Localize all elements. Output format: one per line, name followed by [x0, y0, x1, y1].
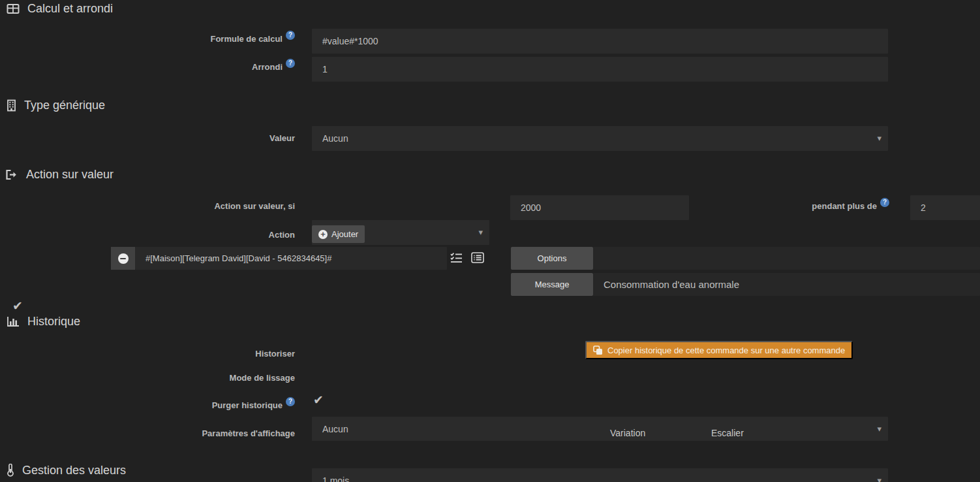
formule-label-row: Formule de calcul — [0, 34, 295, 44]
help-icon[interactable] — [286, 59, 295, 68]
arrondi-input[interactable]: 1 — [312, 57, 888, 82]
action-command-value: #[Maison][Telegram David][David - 546283… — [145, 253, 331, 263]
arrondi-label: Arrondi — [252, 62, 283, 72]
lissage-select[interactable]: Aucun — [312, 417, 888, 441]
section-title: Type générique — [24, 99, 105, 112]
remove-action-button[interactable] — [111, 247, 135, 270]
lissage-label-row: Mode de lissage — [0, 373, 295, 383]
add-action-button[interactable]: Ajouter — [312, 225, 365, 243]
section-title: Historique — [27, 315, 80, 329]
table-icon — [7, 3, 20, 14]
message-button-label: Message — [535, 280, 570, 289]
building-icon — [7, 99, 16, 112]
affichage-label: Paramètres d'affichage — [202, 428, 295, 439]
options-button[interactable]: Options — [511, 247, 593, 270]
historiser-label-row: Historiser — [0, 349, 295, 359]
section-header-gestion-valeurs: Gestion des valeurs — [7, 462, 126, 478]
escalier-label: Escalier — [711, 428, 744, 438]
section-header-action-valeur: Action sur valeur — [5, 167, 114, 182]
list-alt-icon[interactable] — [471, 252, 484, 263]
historiser-label: Historiser — [255, 349, 295, 359]
section-header-calcul: Calcul et arrondi — [7, 1, 113, 16]
help-icon[interactable] — [880, 198, 889, 207]
section-header-type-generique: Type générique — [7, 97, 105, 113]
clone-icon — [593, 345, 603, 355]
valeur-label: Valeur — [269, 133, 295, 144]
bar-chart-icon — [7, 316, 20, 327]
section-title: Gestion des valeurs — [22, 464, 126, 477]
formule-input[interactable]: #value#*1000 — [312, 29, 888, 54]
formule-value: #value#*1000 — [322, 36, 378, 46]
purger-label: Purger historique — [212, 400, 283, 411]
condition-label: Action sur valeur, si — [214, 201, 295, 212]
threshold-input[interactable]: 2000 — [510, 195, 689, 220]
section-header-historique: Historique — [7, 313, 80, 329]
copy-history-label: Copier historique de cette commande sur … — [607, 345, 845, 355]
purger-select[interactable]: 1 mois — [312, 468, 888, 482]
lissage-selected-option: Aucun — [322, 424, 348, 434]
purger-label-row: Purger historique — [0, 400, 295, 411]
message-value: Consommation d'eau anormale — [604, 279, 739, 290]
section-title: Action sur valeur — [26, 168, 114, 182]
minus-circle-icon — [118, 253, 129, 264]
duration-label-row: pendant plus de — [750, 201, 889, 212]
threshold-value: 2000 — [521, 202, 541, 213]
help-icon[interactable] — [286, 397, 295, 406]
variation-label: Variation — [610, 428, 645, 438]
message-button[interactable]: Message — [511, 273, 593, 296]
sign-out-icon — [5, 169, 18, 180]
affichage-label-row: Paramètres d'affichage — [0, 428, 295, 439]
message-input[interactable]: Consommation d'eau anormale — [593, 273, 980, 296]
valeur-label-row: Valeur — [0, 133, 295, 144]
help-icon[interactable] — [286, 31, 295, 40]
arrondi-label-row: Arrondi — [0, 62, 295, 72]
options-button-label: Options — [538, 253, 567, 263]
lissage-label: Mode de lissage — [230, 373, 295, 383]
arrondi-value: 1 — [322, 64, 328, 74]
action-command-input[interactable]: #[Maison][Telegram David][David - 546283… — [135, 247, 447, 270]
thermometer-icon — [7, 464, 14, 477]
formule-label: Formule de calcul — [210, 34, 283, 44]
action-label: Action — [269, 230, 295, 240]
section-title: Calcul et arrondi — [27, 2, 113, 16]
duration-label: pendant plus de — [812, 201, 877, 212]
plus-circle-icon — [318, 230, 328, 239]
valeur-select[interactable]: Aucun — [312, 126, 888, 151]
purger-selected-option: 1 mois — [322, 475, 349, 482]
duration-input[interactable]: 2 — [910, 195, 980, 220]
duration-value: 2 — [921, 202, 926, 213]
list-check-icon[interactable] — [450, 252, 463, 263]
action-label-row: Action — [0, 230, 295, 240]
options-input[interactable] — [593, 247, 980, 270]
copy-history-button[interactable]: Copier historique de cette commande sur … — [585, 341, 853, 359]
valeur-selected-option: Aucun — [322, 133, 348, 144]
add-action-label: Ajouter — [331, 229, 358, 239]
condition-label-row: Action sur valeur, si — [0, 201, 295, 212]
